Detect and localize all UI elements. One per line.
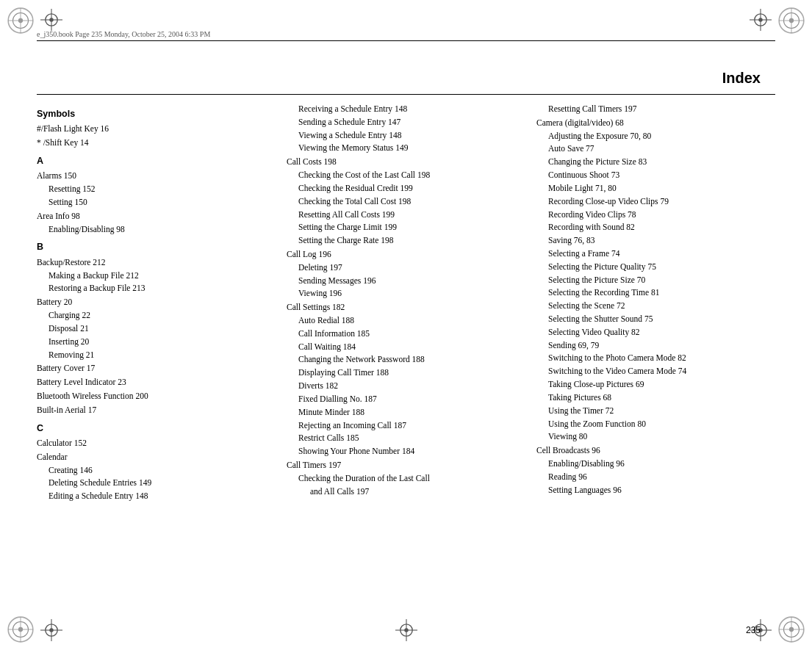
header-bar: e_j350.book Page 235 Monday, October 25,… — [37, 28, 775, 41]
list-item: Calculator 152 — [37, 437, 276, 450]
section-header-a: A — [37, 154, 276, 168]
list-item: Restoring a Backup File 213 — [37, 282, 276, 295]
list-item: Restrict Calls 185 — [287, 432, 525, 445]
list-item: Diverts 182 — [287, 380, 525, 393]
list-item: Selecting the Recording Time 81 — [536, 286, 775, 300]
list-item: Fixed Dialling No. 187 — [287, 393, 525, 406]
svg-point-27 — [758, 18, 762, 21]
page-title: Index — [722, 70, 761, 87]
list-item: Setting the Charge Rate 198 — [287, 234, 525, 248]
column-3: Resetting Call Timers 197 Camera (digita… — [536, 103, 775, 613]
list-item: and All Calls 197 — [287, 485, 525, 499]
list-item: Resetting Call Timers 197 — [536, 103, 775, 116]
list-item: Battery 20 — [37, 296, 276, 309]
list-item: Checking the Total Call Cost 198 — [287, 195, 525, 209]
list-item: Resetting All Call Costs 199 — [287, 209, 525, 222]
list-item: Creating 146 — [37, 464, 276, 477]
list-item: Calendar — [37, 451, 276, 464]
list-item: Recording Video Clips 78 — [536, 209, 775, 222]
list-item: Mobile Light 71, 80 — [536, 182, 775, 195]
main-content: Symbols #/Flash Light Key 16 * /Shift Ke… — [37, 103, 775, 613]
svg-point-4 — [18, 18, 23, 23]
list-item: Enabling/Disabling 96 — [536, 458, 775, 471]
list-item: Disposal 21 — [37, 322, 276, 336]
section-header-b: B — [37, 240, 276, 254]
svg-point-9 — [789, 18, 794, 23]
list-item: Receiving a Schedule Entry 148 — [287, 103, 525, 116]
list-item: Call Log 196 — [287, 248, 525, 261]
list-item: #/Flash Light Key 16 — [37, 123, 276, 136]
list-item: Enabling/Disabling 98 — [37, 223, 276, 236]
list-item: Resetting 152 — [37, 183, 276, 196]
list-item: Taking Pictures 68 — [536, 391, 775, 405]
list-item: Recording with Sound 82 — [536, 221, 775, 234]
svg-point-19 — [789, 627, 794, 632]
list-item: Editing a Schedule Entry 148 — [37, 490, 276, 503]
list-item: Displaying Call Timer 188 — [287, 366, 525, 380]
list-item: Bluetooth Wireless Function 200 — [37, 390, 276, 403]
list-item: Sending Messages 196 — [287, 275, 525, 288]
list-item: Call Waiting 184 — [287, 341, 525, 354]
crosshair-bm — [395, 619, 417, 641]
corner-decoration-br — [777, 615, 806, 644]
list-item: Viewing 80 — [536, 430, 775, 444]
list-item: Showing Your Phone Number 184 — [287, 445, 525, 458]
list-item: Call Costs 198 — [287, 156, 525, 169]
list-item: Changing the Picture Size 83 — [536, 156, 775, 169]
list-item: Using the Timer 72 — [536, 405, 775, 418]
list-item: Call Timers 197 — [287, 459, 525, 472]
list-item: Charging 22 — [37, 309, 276, 322]
list-item: Checking the Residual Credit 199 — [287, 182, 525, 195]
list-item: Selecting the Picture Size 70 — [536, 274, 775, 287]
list-item: Backup/Restore 212 — [37, 256, 276, 270]
crosshair-bl — [40, 619, 62, 641]
column-1: Symbols #/Flash Light Key 16 * /Shift Ke… — [37, 103, 287, 613]
list-item: Sending a Schedule Entry 147 — [287, 116, 525, 129]
corner-decoration-tr — [777, 6, 806, 35]
list-item: Removing 21 — [37, 349, 276, 362]
list-item: Reading 96 — [536, 471, 775, 484]
list-item: Making a Backup File 212 — [37, 270, 276, 283]
list-item: Switching to the Video Camera Mode 74 — [536, 365, 775, 378]
section-header-symbols: Symbols — [37, 107, 276, 121]
list-item: Setting 150 — [37, 196, 276, 209]
list-item: Auto Save 77 — [536, 142, 775, 156]
corner-decoration-bl — [6, 615, 35, 644]
list-item: Selecting a Frame 74 — [536, 248, 775, 261]
page-number: 235 — [746, 625, 761, 635]
list-item: Camera (digital/video) 68 — [536, 117, 775, 130]
list-item: Checking the Duration of the Last Call — [287, 472, 525, 485]
corner-decoration-tl — [6, 6, 35, 35]
svg-point-14 — [18, 627, 23, 632]
list-item: Battery Level Indicator 23 — [37, 376, 276, 389]
list-item: Checking the Cost of the Last Call 198 — [287, 169, 525, 182]
list-item: Using the Zoom Function 80 — [536, 418, 775, 431]
list-item: Saving 76, 83 — [536, 234, 775, 248]
list-item: Auto Redial 188 — [287, 314, 525, 328]
list-item: Continuous Shoot 73 — [536, 169, 775, 182]
column-2: Receiving a Schedule Entry 148 Sending a… — [287, 103, 536, 613]
list-item: Viewing 196 — [287, 287, 525, 300]
title-divider — [37, 94, 775, 95]
list-item: Setting Languages 96 — [536, 484, 775, 497]
list-item: * /Shift Key 14 — [37, 137, 276, 150]
list-item: Minute Minder 188 — [287, 406, 525, 419]
list-item: Switching to the Photo Camera Mode 82 — [536, 352, 775, 365]
list-item: Selecting Video Quality 82 — [536, 326, 775, 339]
list-item: Deleting Schedule Entries 149 — [37, 477, 276, 490]
list-item: Taking Close-up Pictures 69 — [536, 378, 775, 391]
list-item: Selecting the Shutter Sound 75 — [536, 313, 775, 326]
list-item: Deleting 197 — [287, 261, 525, 275]
list-item: Recording Close-up Video Clips 79 — [536, 195, 775, 209]
list-item: Setting the Charge Limit 199 — [287, 221, 525, 234]
list-item: Selecting the Scene 72 — [536, 300, 775, 313]
list-item: Inserting 20 — [37, 336, 276, 349]
list-item: Selecting the Picture Quality 75 — [536, 261, 775, 274]
list-item: Viewing the Memory Status 149 — [287, 142, 525, 155]
section-header-c: C — [37, 422, 276, 436]
list-item: Adjusting the Exposure 70, 80 — [536, 130, 775, 143]
list-item: Call Settings 182 — [287, 301, 525, 314]
list-item: Call Information 185 — [287, 328, 525, 341]
svg-point-31 — [49, 628, 53, 632]
list-item: Viewing a Schedule Entry 148 — [287, 129, 525, 142]
